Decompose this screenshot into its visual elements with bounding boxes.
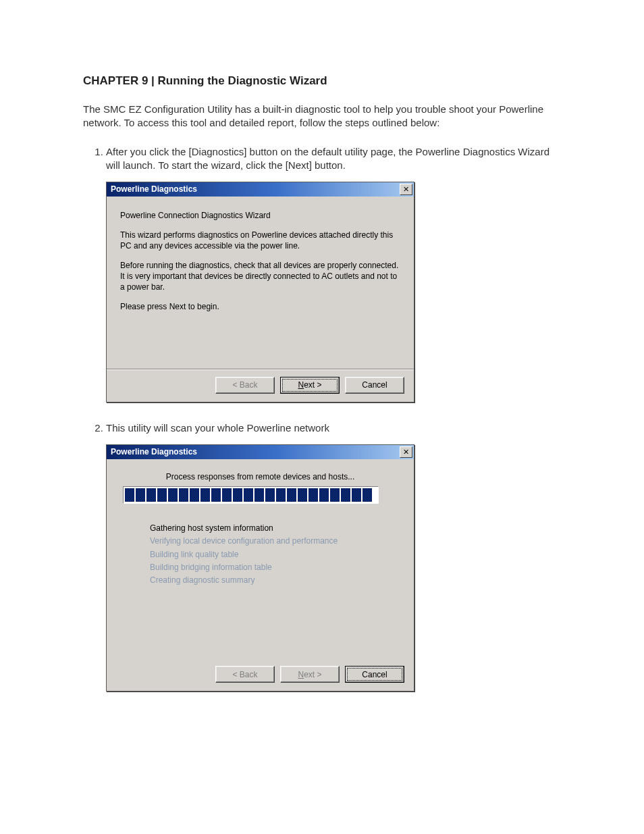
wizard-para-2: Before running the diagnostics, check th… (120, 261, 400, 292)
task-item: Verifying local device configuration and… (150, 536, 403, 546)
step-1: After you click the [Diagnostics] button… (106, 145, 561, 402)
next-accel: N (298, 669, 304, 680)
dialog-2-title: Powerline Diagnostics (111, 446, 400, 457)
close-icon[interactable]: ✕ (400, 446, 412, 458)
progress-bar (123, 486, 379, 504)
dialog-1-titlebar: Powerline Diagnostics ✕ (107, 182, 414, 197)
close-icon[interactable]: ✕ (400, 184, 412, 195)
dialog-1-title: Powerline Diagnostics (111, 184, 400, 194)
cancel-button[interactable]: Cancel (345, 377, 404, 394)
task-item: Building bridging information table (150, 562, 403, 573)
next-button[interactable]: Next > (280, 377, 340, 394)
next-rest: ext > (304, 380, 321, 390)
dialog-2-body: Process responses from remote devices an… (107, 459, 414, 594)
next-rest: ext > (304, 669, 321, 680)
wizard-para-3: Please press Next to begin. (120, 302, 400, 313)
chapter-title: CHAPTER 9 | Running the Diagnostic Wizar… (83, 74, 561, 88)
wizard-para-1: This wizard performs diagnostics on Powe… (120, 230, 400, 251)
step-2: This utility will scan your whole Powerl… (106, 421, 561, 692)
intro-paragraph: The SMC EZ Configuration Utility has a b… (83, 103, 561, 130)
cancel-button[interactable]: Cancel (345, 666, 404, 683)
dialog-1: Powerline Diagnostics ✕ Powerline Connec… (106, 182, 414, 402)
next-accel: N (298, 380, 304, 390)
back-button: < Back (215, 666, 275, 683)
next-button: Next > (280, 666, 340, 683)
back-button: < Back (215, 377, 275, 394)
status-text: Process responses from remote devices an… (117, 471, 403, 482)
dialog-1-wrap: Powerline Diagnostics ✕ Powerline Connec… (106, 182, 561, 402)
dialog-2-buttons: < Back Next > Cancel (107, 659, 414, 691)
task-item: Building link quality table (150, 549, 403, 560)
task-item: Gathering host system information (150, 523, 403, 533)
task-list: Gathering host system information Verify… (150, 523, 403, 585)
step-2-text: This utility will scan your whole Powerl… (106, 422, 329, 434)
dialog-2-wrap: Powerline Diagnostics ✕ Process response… (106, 444, 561, 692)
step-list: After you click the [Diagnostics] button… (83, 145, 561, 692)
document-page: CHAPTER 9 | Running the Diagnostic Wizar… (0, 0, 644, 834)
dialog-2: Powerline Diagnostics ✕ Process response… (106, 444, 414, 692)
task-item: Creating diagnostic summary (150, 575, 403, 585)
dialog-1-body: Powerline Connection Diagnostics Wizard … (107, 197, 414, 329)
dialog-1-buttons: < Back Next > Cancel (107, 369, 414, 402)
wizard-heading: Powerline Connection Diagnostics Wizard (120, 210, 400, 221)
step-1-text: After you click the [Diagnostics] button… (106, 146, 549, 171)
dialog-2-titlebar: Powerline Diagnostics ✕ (107, 445, 414, 459)
